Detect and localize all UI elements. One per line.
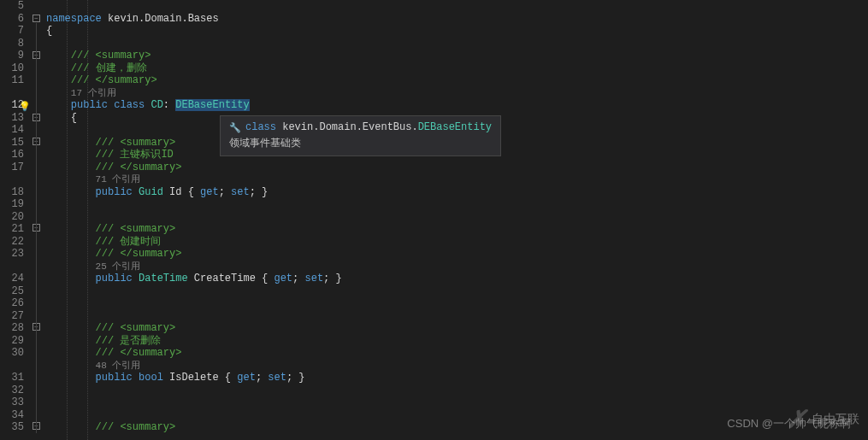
property-name: CreateTime [194, 273, 256, 285]
reference-count[interactable]: 48 个引用 [96, 361, 141, 371]
codelens-line[interactable]: 17 个引用 [46, 87, 868, 100]
xml-doc: /// <summary> [96, 421, 176, 433]
brace-open: { [46, 25, 52, 37]
xml-doc: /// 创建时间 [96, 236, 162, 248]
line-number: 5 [0, 0, 24, 13]
keyword-set: set [268, 372, 286, 384]
line-number: 8 [0, 38, 24, 50]
colon: : [163, 99, 169, 111]
code-line[interactable]: /// <summary> [46, 50, 868, 62]
line-number: 31 [0, 372, 24, 384]
xml-doc: /// <summary> [96, 137, 176, 149]
code-line[interactable] [46, 38, 868, 50]
line-number: 17 [0, 161, 24, 174]
property-name: IsDelete [169, 372, 219, 384]
code-line[interactable] [46, 310, 868, 323]
code-line[interactable]: /// <summary> [46, 421, 868, 434]
xml-doc: /// </summary> [96, 347, 182, 359]
line-number: 22 [0, 236, 24, 249]
tooltip-description: 领域事件基础类 [229, 136, 492, 150]
tooltip-namespace: kevin.Domain.EventBus. [282, 121, 417, 133]
reference-count[interactable]: 71 个引用 [96, 174, 141, 185]
line-number: 11 [0, 74, 24, 87]
keyword-set: set [231, 186, 250, 198]
code-line[interactable] [46, 409, 868, 422]
codelens-line[interactable]: 71 个引用 [46, 173, 868, 186]
keyword-namespace: namespace [46, 13, 102, 25]
code-line[interactable]: /// <summary> [46, 322, 868, 335]
line-number: 23 [0, 248, 24, 261]
fold-guide [36, 23, 37, 433]
code-line[interactable]: /// </summary> [46, 248, 868, 261]
xml-doc: /// <summary> [71, 50, 151, 62]
code-line[interactable]: /// <summary> [46, 223, 868, 236]
line-number: 28 [0, 322, 24, 335]
reference-count[interactable]: 25 个引用 [96, 261, 141, 272]
fold-toggle[interactable]: − [32, 15, 40, 22]
code-line[interactable] [46, 297, 868, 310]
code-line[interactable]: public Guid Id { get; set; } [46, 186, 868, 199]
line-number: 6 [0, 13, 24, 26]
code-editor[interactable]: 5 6 7 8 9 10 11 12 13 14 15 16 17 18 19 … [0, 0, 868, 440]
code-line[interactable] [46, 396, 868, 409]
line-number: 20 [0, 211, 24, 224]
keyword-class: class [114, 99, 145, 111]
line-number [0, 87, 24, 100]
line-number [0, 261, 24, 273]
code-line[interactable]: namespace kevin.Domain.Bases [46, 13, 868, 26]
line-number: 14 [0, 124, 24, 137]
reference-count[interactable]: 17 个引用 [71, 88, 116, 98]
line-number: 30 [0, 347, 24, 360]
code-line[interactable]: { [46, 25, 868, 38]
namespace-name: kevin.Domain.Bases [108, 13, 219, 25]
line-number: 10 [0, 62, 24, 75]
code-line[interactable]: /// </summary> [46, 347, 868, 360]
line-number: 25 [0, 285, 24, 298]
line-number: 18 [0, 186, 24, 199]
line-number: 19 [0, 198, 24, 211]
keyword-public: public [96, 372, 133, 384]
codelens-line[interactable]: 25 个引用 [46, 261, 868, 273]
line-number: 24 [0, 273, 24, 285]
base-class-selected[interactable]: DEBaseEntity [175, 99, 249, 111]
code-line[interactable]: /// 创建时间 [46, 236, 868, 249]
keyword-get: get [237, 372, 256, 384]
line-number: 27 [0, 310, 24, 323]
xml-doc: /// <summary> [96, 322, 176, 334]
code-line[interactable]: public bool IsDelete { get; set; } [46, 372, 868, 384]
keyword-get: get [274, 273, 292, 285]
code-line[interactable] [46, 0, 868, 13]
fold-column: − − − − − − − [31, 0, 46, 440]
line-number: 21 [0, 223, 24, 236]
code-line[interactable]: /// </summary> [46, 161, 868, 174]
keyword-get: get [200, 186, 219, 198]
line-number [0, 360, 24, 373]
line-number-gutter: 5 6 7 8 9 10 11 12 13 14 15 16 17 18 19 … [0, 0, 31, 440]
code-line[interactable] [46, 285, 868, 298]
code-line[interactable]: public DateTime CreateTime { get; set; } [46, 273, 868, 285]
code-line[interactable]: /// </summary> [46, 74, 868, 87]
code-line[interactable]: /// 是否删除 [46, 335, 868, 348]
code-line[interactable] [46, 211, 868, 224]
tooltip-class-keyword: class [245, 121, 276, 133]
code-area[interactable]: namespace kevin.Domain.Bases { /// <summ… [46, 0, 868, 440]
keyword-public: public [96, 186, 133, 198]
xml-doc: /// 主键标识ID [96, 149, 174, 161]
line-number: 15 [0, 137, 24, 150]
line-number: 16 [0, 149, 24, 161]
code-line[interactable]: /// 创建，删除 [46, 62, 868, 75]
code-line[interactable] [46, 384, 868, 397]
line-number: 34 [0, 409, 24, 422]
line-number: 26 [0, 297, 24, 310]
keyword-set: set [304, 273, 323, 285]
lightbulb-icon[interactable]: 💡 [19, 101, 31, 112]
keyword-public: public [96, 273, 133, 285]
code-line[interactable]: public class CD: DEBaseEntity [46, 99, 868, 112]
class-icon: 🔧 [229, 121, 241, 133]
code-line[interactable] [46, 198, 868, 211]
xml-doc: /// </summary> [96, 161, 182, 173]
line-number [0, 173, 24, 186]
class-name: CD [151, 99, 162, 111]
codelens-line[interactable]: 48 个引用 [46, 360, 868, 373]
tooltip-type: DEBaseEntity [418, 121, 492, 133]
